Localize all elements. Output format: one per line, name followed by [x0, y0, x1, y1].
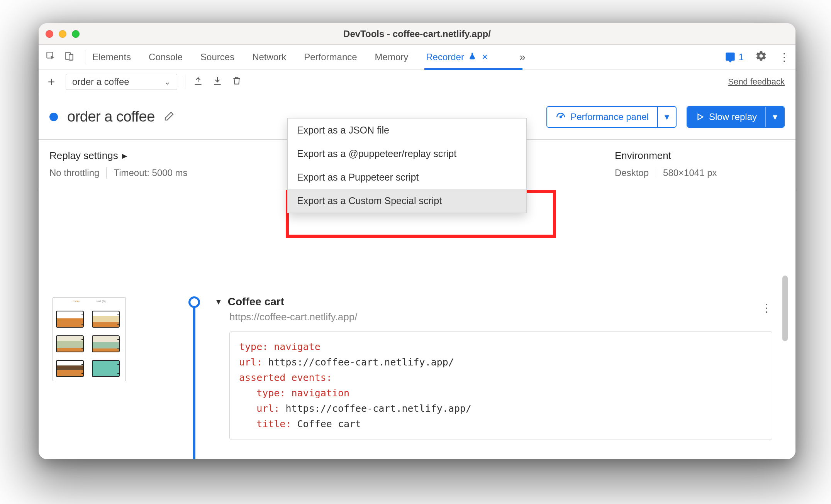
traffic-close[interactable]	[46, 30, 53, 38]
export-menu-item-json[interactable]: Export as a JSON file	[288, 118, 526, 142]
tab-console[interactable]: Console	[149, 52, 183, 63]
step-url: https://coffee-cart.netlify.app/	[229, 311, 357, 323]
recording-status-dot	[49, 113, 58, 121]
close-tab-icon[interactable]: ×	[482, 51, 488, 63]
window-titlebar: DevTools - coffee-cart.netlify.app/	[39, 23, 795, 45]
devtools-tabbar: Elements Console Sources Network Perform…	[39, 45, 795, 69]
tab-elements[interactable]: Elements	[92, 52, 131, 63]
timeline-area: menucart (0) ▼ Coffee cart	[39, 189, 795, 459]
edit-title-icon[interactable]	[163, 110, 175, 123]
timeline-track	[193, 300, 195, 459]
send-feedback-link[interactable]: Send feedback	[728, 77, 785, 87]
flask-icon	[468, 52, 477, 63]
recording-select-value: order a coffee	[72, 76, 129, 87]
timeline-node[interactable]	[188, 296, 200, 308]
step-header[interactable]: ▼ Coffee cart	[215, 296, 284, 308]
slow-replay-dropdown[interactable]: ▾	[765, 107, 784, 127]
recording-toolbar: ＋ order a coffee ⌄ Send feedback	[39, 69, 795, 94]
timeout-value: Timeout: 5000 ms	[114, 167, 187, 178]
environment-device: Desktop	[615, 167, 649, 178]
more-tabs-icon[interactable]: »	[519, 51, 526, 63]
svg-rect-2	[69, 54, 73, 60]
step-title: Coffee cart	[228, 296, 284, 308]
issues-count: 1	[739, 52, 744, 63]
throttling-value: No throttling	[49, 167, 99, 178]
delete-icon[interactable]	[232, 76, 242, 88]
traffic-zoom[interactable]	[72, 30, 80, 38]
tab-memory[interactable]: Memory	[375, 52, 409, 63]
step-thumbnail: menucart (0)	[53, 297, 126, 381]
tab-recorder-label: Recorder	[426, 52, 464, 63]
environment-viewport: 580×1041 px	[663, 167, 717, 178]
issues-button[interactable]: 1	[725, 52, 744, 63]
step-more-icon[interactable]: ⋮	[761, 301, 774, 315]
performance-panel-dropdown[interactable]: ▾	[657, 107, 676, 127]
settings-icon[interactable]	[755, 50, 767, 64]
svg-point-4	[560, 116, 561, 118]
performance-panel-label: Performance panel	[570, 112, 649, 122]
performance-panel-button[interactable]: Performance panel ▾	[546, 106, 677, 128]
recording-select[interactable]: order a coffee ⌄	[66, 74, 177, 90]
export-menu-item-replay[interactable]: Export as a @puppeteer/replay script	[288, 142, 526, 166]
window-title: DevTools - coffee-cart.netlify.app/	[39, 29, 795, 39]
inspect-icon[interactable]	[46, 51, 56, 63]
export-menu-item-custom[interactable]: Export as a Custom Special script	[288, 189, 526, 213]
tab-performance[interactable]: Performance	[304, 52, 357, 63]
traffic-minimize[interactable]	[59, 30, 66, 38]
step-details: type: navigate url: https://coffee-cart.…	[229, 331, 772, 440]
chevron-right-icon: ▸	[122, 150, 127, 162]
slow-replay-button[interactable]: Slow replay ▾	[687, 106, 785, 128]
tab-recorder[interactable]: Recorder ×	[426, 51, 488, 63]
environment-header: Environment	[615, 150, 785, 162]
tab-network[interactable]: Network	[252, 52, 286, 63]
new-recording-icon[interactable]: ＋	[46, 74, 57, 90]
export-icon[interactable]	[212, 76, 222, 88]
scrollbar[interactable]	[782, 276, 788, 341]
slow-replay-label: Slow replay	[709, 112, 757, 122]
collapse-icon: ▼	[215, 298, 222, 306]
import-icon[interactable]	[193, 76, 203, 88]
export-menu: Export as a JSON file Export as a @puppe…	[287, 118, 527, 213]
recording-title: order a coffee	[67, 108, 155, 125]
device-toolbar-icon[interactable]	[64, 51, 74, 63]
tab-sources[interactable]: Sources	[200, 52, 234, 63]
export-menu-item-puppeteer[interactable]: Export as a Puppeteer script	[288, 166, 526, 189]
chevron-down-icon: ⌄	[164, 77, 171, 86]
